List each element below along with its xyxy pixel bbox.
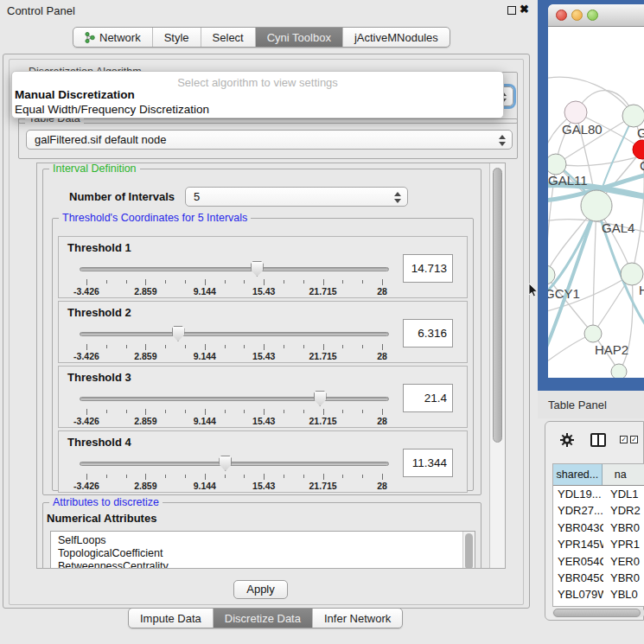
slider-tick [264,344,265,350]
threshold-panel: Threshold 4-3.4262.8599.14415.4321.71528… [58,430,468,493]
attributes-scrollbar[interactable] [462,532,475,569]
threshold-slider[interactable]: -3.4262.8599.14415.4321.71528 [80,261,389,296]
node-HAP2[interactable] [584,325,602,342]
node-GAL11[interactable] [548,154,566,175]
slider-thumb[interactable] [251,261,264,277]
table-row[interactable]: YDR27...YDR2 [553,502,644,519]
slider-tick [145,344,146,350]
gear-icon[interactable] [559,432,575,448]
tab-network[interactable]: Network [73,28,153,47]
algorithm-popup-hint: Select algorithm to view settings [12,76,503,89]
table-cell: YBL0 [603,586,644,603]
slider-tick [145,474,146,480]
table-data-select[interactable]: galFiltered.sif default node [26,130,513,150]
slider-tick-label: 9.144 [194,481,216,491]
tab-jactivemnodules[interactable]: jActiveMNodules [343,28,450,47]
table-row[interactable]: YPR145WYPR1 [553,536,644,552]
algorithm-option[interactable]: Equal Width/Frequency Discretization [15,103,209,116]
slider-tick-label: 21.715 [309,286,337,296]
threshold-value-field[interactable]: 11.344 [403,449,453,477]
slider-tick [205,409,206,415]
table-row[interactable]: YDL19...YDL1 [553,486,644,502]
network-canvas[interactable]: GAL80GACGAL11GAL4GCY1HHAP2 [548,27,644,378]
node-GAL4[interactable] [581,190,612,221]
threshold-value-field[interactable]: 6.316 [403,319,453,348]
slider-tick [165,345,166,348]
slider-tick [284,345,284,348]
slider-tick [165,410,166,413]
network-edge[interactable] [593,206,596,334]
threshold-value-field[interactable]: 14.713 [403,254,453,283]
table-horizontal-scrollbar[interactable] [552,608,644,618]
control-panel-tabs: NetworkStyleSelectCyni ToolboxjActiveMNo… [73,27,450,48]
threshold-slider[interactable]: -3.4262.8599.14415.4321.71528 [80,326,389,360]
algorithm-option[interactable]: Manual Discretization [15,88,135,101]
tab-select[interactable]: Select [201,28,256,47]
settings-scrollpane: Interval Definition Number of Intervals … [36,163,506,569]
checkbox-column-icon[interactable]: ✓ [620,436,628,443]
threshold-value-field[interactable]: 21.4 [403,384,453,412]
tab-cyni-toolbox[interactable]: Cyni Toolbox [256,28,343,47]
slider-thumb[interactable] [314,391,327,406]
network-view-frame: GAL80GACGAL11GAL4GCY1HHAP2 [538,0,644,391]
threshold-slider[interactable]: -3.4262.8599.14415.4321.71528 [80,391,389,425]
attribute-list-item[interactable]: BetweennessCentrality [51,560,475,569]
node-red[interactable] [633,140,644,159]
node-attribute-table[interactable]: shared...na YDL19...YDL1YDR27...YDR2YBR0… [552,463,644,607]
node-label: GA [637,125,644,140]
control-panel-titlebar: Control Panel ✖ [0,0,534,21]
node-unlabeled-top[interactable] [622,105,644,127]
table-row[interactable]: YBL079WYBL0 [553,586,644,603]
tab-style[interactable]: Style [153,28,201,47]
slider-tick-label: 9.144 [194,416,216,426]
settings-vertical-scrollbar[interactable] [489,163,505,569]
attribute-list-item[interactable]: SelfLoops [51,534,475,547]
close-traffic-light-icon[interactable] [556,10,567,21]
thresholds-group: Threshold's Coordinates for 5 Intervals … [52,218,474,491]
table-row[interactable]: YER054CYER0 [553,553,644,570]
apply-button[interactable]: Apply [233,580,288,599]
tab-discretize-data[interactable]: Discretize Data [214,609,313,628]
slider-tick-label: 15.43 [252,351,275,361]
table-row[interactable]: YBR045CYBR0 [553,570,644,586]
slider-tick [205,344,206,350]
table-panel-title: Table Panel [548,399,607,411]
slider-tick [126,280,127,284]
slider-tick [86,344,87,350]
tab-infer-network[interactable]: Infer Network [313,609,402,628]
minimize-traffic-light-icon[interactable] [571,10,583,21]
threshold-slider[interactable]: -3.4262.8599.14415.4321.71528 [80,456,389,490]
checkbox-column-icon[interactable]: ✓ [630,436,638,443]
zoom-traffic-light-icon[interactable] [587,10,598,21]
slider-tick-label: 21.715 [309,481,337,491]
table-column-header[interactable]: na [603,464,644,485]
slider-tick [382,474,383,480]
slider-tick [185,475,186,478]
slider-tick [225,410,226,413]
table-column-header[interactable]: shared... [553,464,603,485]
slider-tick [284,280,284,284]
node-GCY1[interactable] [548,265,555,284]
attribute-list-item[interactable]: TopologicalCoefficient [51,547,475,560]
float-window-icon[interactable] [507,6,516,15]
node-GAL80[interactable] [564,101,587,124]
slider-tick [362,345,363,348]
slider-tick [323,344,324,350]
number-of-intervals-select[interactable]: 5 [185,187,408,207]
close-icon[interactable]: ✖ [520,3,529,16]
slider-thumb[interactable] [219,456,232,471]
table-row[interactable]: YLR345WYLR3 [553,603,644,607]
table-row[interactable]: YBR043CYBR0 [553,520,644,536]
numerical-attributes-list[interactable]: SelfLoopsTopologicalCoefficientBetweenne… [50,531,475,569]
slider-tick [362,475,363,478]
slider-tick [303,280,304,284]
algorithm-dropdown-popup: Select algorithm to view settings Manual… [11,71,504,118]
node-unlabeled-bottom[interactable] [611,364,627,378]
slider-thumb[interactable] [172,326,185,341]
tab-impute-data[interactable]: Impute Data [129,609,214,628]
node-label: H [639,283,644,297]
control-panel-window: Control Panel ✖ NetworkStyleSelectCyni T… [0,0,534,644]
tab-label: Discretize Data [225,612,301,625]
split-columns-icon[interactable] [590,433,606,447]
table-data-group: Table Data galFiltered.sif default node [18,118,518,159]
